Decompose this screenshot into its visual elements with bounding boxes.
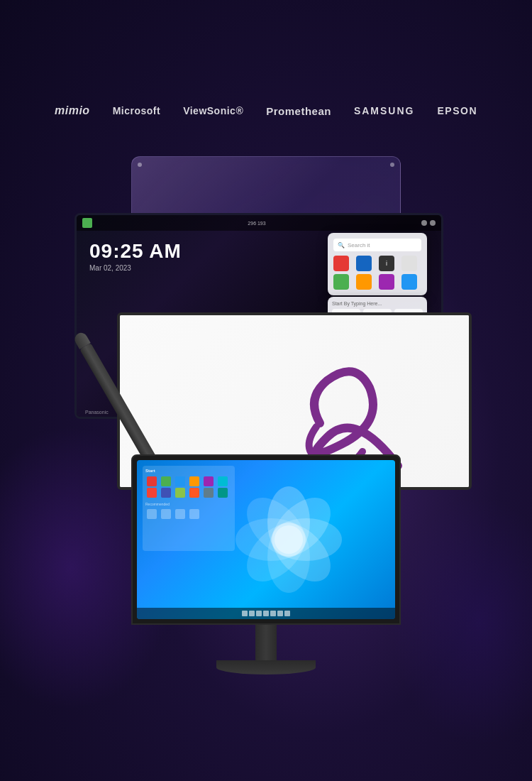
brand-promethean: Promethean [266,105,331,117]
app-icon-2 [356,256,372,271]
app-icon-7 [379,274,394,290]
win-app-9 [175,488,185,498]
windows-app-grid [145,475,232,499]
brand-viewsonic: ViewSonic® [183,105,243,116]
app-grid: i [333,256,421,290]
windows-recent-grid [145,508,232,520]
device-stack: 296 193 09:25 AM Mar 02, 2023 🔍 Search i… [60,156,472,746]
win-app-10 [189,488,199,498]
taskbar-icon-4 [263,611,269,616]
status-green-dot [82,218,92,228]
monitor-stand-base [216,660,316,674]
monitor-stand-neck [255,625,277,660]
windows-taskbar [137,608,395,619]
clock-date: Mar 02, 2023 [89,264,182,272]
clock-time: 09:25 AM [89,240,182,263]
app-launcher-popup: 🔍 Search it i [328,233,427,295]
win-app-11 [204,488,214,498]
monitor-frame: Start Recomm [131,454,401,625]
brand-mimio: mimio [55,104,90,117]
taskbar-icon-1 [242,611,248,616]
popup-title: Start By Typing Here... [332,301,423,306]
app-icon-5 [333,274,349,290]
windows-monitor: Start Recomm [131,454,401,674]
taskbar-icon-7 [284,611,290,616]
app-icon-1 [333,256,349,271]
app-icon-4 [401,256,417,271]
taskbar-icon-2 [249,611,255,616]
win-app-3 [175,476,185,486]
brand-epson: EPSON [437,105,477,116]
win-app-7 [147,488,157,498]
taskbar-icon-6 [277,611,283,616]
recent-1 [147,509,157,519]
taskbar-icon-3 [256,611,262,616]
win-app-8 [161,488,171,498]
monitor-screen: Start Recomm [137,460,395,619]
flower-svg [232,483,345,596]
recent-3 [175,509,185,519]
brand-samsung: SAMSUNG [354,105,415,116]
app-icon-3: i [379,256,394,271]
dark-display-topbar: 296 193 [77,215,441,231]
taskbar-icon-5 [270,611,276,616]
recent-2 [161,509,171,519]
app-icon-8 [401,274,417,290]
brand-logos-row: mimio Microsoft ViewSonic® Promethean SA… [0,104,532,117]
win-app-12 [218,488,228,498]
app-icon-6 [356,274,372,290]
win-app-6 [218,476,228,486]
windows-start-menu: Start Recomm [143,466,235,551]
brand-microsoft: Microsoft [113,105,161,116]
status-icons [421,220,436,226]
win-app-4 [189,476,199,486]
win-app-1 [147,476,157,486]
app-search-bar: 🔍 Search it [333,239,421,251]
windows-flower-logo [232,483,345,596]
clock-display: 09:25 AM Mar 02, 2023 [89,240,182,272]
wifi-icon [421,220,427,226]
svg-point-8 [275,525,303,554]
search-placeholder: Search it [348,242,370,248]
win-app-5 [204,476,214,486]
recent-4 [189,509,199,519]
status-text: 296 193 [248,221,265,226]
win-app-2 [161,476,171,486]
battery-icon [430,220,436,226]
